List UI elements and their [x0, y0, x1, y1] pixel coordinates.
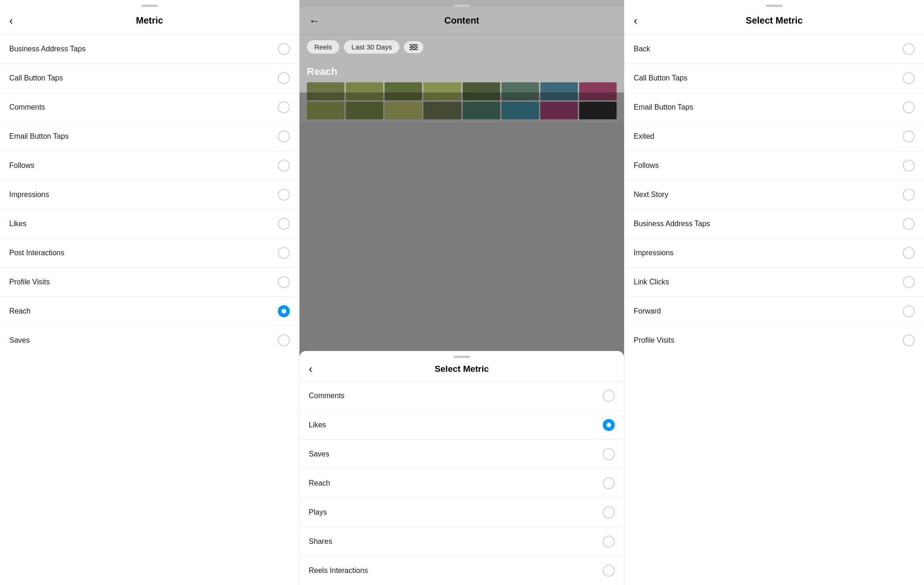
- radio-circle[interactable]: [278, 72, 290, 84]
- left-metric-list: Business Address Taps Call Button Taps C…: [0, 35, 299, 355]
- metric-label: Likes: [309, 421, 326, 429]
- left-metric-item[interactable]: Call Button Taps: [0, 64, 299, 93]
- filter-icon: [410, 44, 418, 50]
- middle-back-button[interactable]: ←: [309, 15, 320, 26]
- radio-circle[interactable]: [278, 305, 290, 317]
- radio-circle[interactable]: [603, 565, 615, 577]
- left-metric-item[interactable]: Impressions: [0, 180, 299, 209]
- right-metric-item[interactable]: Email Button Taps: [624, 93, 924, 122]
- metric-label: Forward: [634, 307, 661, 315]
- left-header: ‹ Metric: [0, 7, 299, 35]
- bottom-sheet-back-button[interactable]: ‹: [309, 363, 312, 375]
- metric-label: Comments: [309, 392, 344, 400]
- bottom-sheet-metric-list: Comments Likes Saves Reach Plays Shares …: [300, 382, 624, 585]
- metric-label: Email Button Taps: [9, 132, 69, 141]
- radio-circle[interactable]: [278, 43, 290, 55]
- radio-circle[interactable]: [903, 305, 915, 317]
- metric-label: Business Address Taps: [634, 220, 710, 228]
- metric-label: Profile Visits: [634, 336, 674, 345]
- metric-label: Call Button Taps: [634, 74, 687, 82]
- radio-circle[interactable]: [278, 334, 290, 346]
- radio-circle[interactable]: [278, 130, 290, 142]
- right-metric-item[interactable]: Profile Visits: [624, 326, 924, 355]
- metric-label: Post Interactions: [9, 249, 64, 257]
- radio-circle[interactable]: [903, 247, 915, 259]
- radio-circle[interactable]: [903, 72, 915, 84]
- middle-panel: ← Content Reels Last 30 Days Reach: [300, 0, 624, 585]
- radio-circle[interactable]: [603, 419, 615, 431]
- radio-circle[interactable]: [903, 160, 915, 172]
- bottom-sheet-metric-item[interactable]: Likes: [300, 411, 624, 440]
- right-header: ‹ Select Metric: [624, 7, 924, 35]
- radio-circle[interactable]: [903, 276, 915, 288]
- svg-point-3: [410, 44, 413, 46]
- svg-point-4: [414, 46, 416, 48]
- right-metric-item[interactable]: Business Address Taps: [624, 209, 924, 239]
- bottom-sheet-metric-item[interactable]: Shares: [300, 527, 624, 556]
- metric-label: Likes: [9, 220, 26, 228]
- radio-circle[interactable]: [603, 390, 615, 402]
- radio-circle[interactable]: [278, 218, 290, 230]
- radio-circle[interactable]: [278, 189, 290, 201]
- right-panel: ‹ Select Metric Back Call Button Taps Em…: [624, 0, 924, 585]
- left-back-button[interactable]: ‹: [9, 15, 13, 26]
- metric-label: Saves: [309, 450, 329, 458]
- radio-circle[interactable]: [278, 160, 290, 172]
- radio-circle[interactable]: [603, 536, 615, 548]
- metric-label: Follows: [9, 161, 34, 170]
- right-metric-item[interactable]: Back: [624, 35, 924, 64]
- metric-label: Email Button Taps: [634, 103, 693, 111]
- left-metric-item[interactable]: Profile Visits: [0, 268, 299, 297]
- right-metric-item[interactable]: Follows: [624, 151, 924, 180]
- bottom-sheet-metric-item[interactable]: Plays: [300, 498, 624, 527]
- left-metric-item[interactable]: Follows: [0, 151, 299, 180]
- right-metric-item[interactable]: Call Button Taps: [624, 64, 924, 93]
- left-metric-item[interactable]: Post Interactions: [0, 239, 299, 268]
- metric-label: Shares: [309, 537, 332, 546]
- radio-circle[interactable]: [603, 477, 615, 489]
- left-metric-item[interactable]: Saves: [0, 326, 299, 355]
- radio-circle[interactable]: [903, 334, 915, 346]
- left-metric-item[interactable]: Comments: [0, 93, 299, 122]
- radio-circle[interactable]: [903, 101, 915, 113]
- right-panel-title: Select Metric: [746, 15, 802, 26]
- right-metric-item[interactable]: Next Story: [624, 180, 924, 209]
- bottom-sheet-metric-item[interactable]: Comments: [300, 382, 624, 411]
- left-panel-title: Metric: [136, 15, 163, 26]
- bottom-sheet-overlay: ‹ Select Metric Comments Likes Saves Rea…: [300, 92, 624, 585]
- radio-circle[interactable]: [603, 506, 615, 518]
- left-metric-item[interactable]: Reach: [0, 297, 299, 326]
- reels-chip[interactable]: Reels: [307, 40, 339, 54]
- right-metric-list: Back Call Button Taps Email Button Taps …: [624, 35, 924, 355]
- last30days-chip[interactable]: Last 30 Days: [344, 40, 399, 54]
- middle-header: ← Content: [300, 7, 624, 35]
- bottom-sheet-metric-item[interactable]: Reach: [300, 469, 624, 498]
- reach-title: Reach: [307, 66, 617, 78]
- bottom-sheet-metric-item[interactable]: Reels Interactions: [300, 556, 624, 585]
- metric-label: Plays: [309, 508, 327, 517]
- radio-circle[interactable]: [278, 276, 290, 288]
- radio-circle[interactable]: [278, 247, 290, 259]
- bottom-sheet-header: ‹ Select Metric: [300, 358, 624, 382]
- right-metric-item[interactable]: Impressions: [624, 239, 924, 268]
- radio-circle[interactable]: [903, 189, 915, 201]
- filter-settings-button[interactable]: [404, 41, 423, 53]
- radio-circle[interactable]: [278, 101, 290, 113]
- bottom-sheet-metric-item[interactable]: Saves: [300, 440, 624, 469]
- radio-circle[interactable]: [903, 43, 915, 55]
- right-metric-item[interactable]: Forward: [624, 297, 924, 326]
- right-back-button[interactable]: ‹: [634, 15, 637, 26]
- left-metric-item[interactable]: Business Address Taps: [0, 35, 299, 64]
- left-metric-item[interactable]: Likes: [0, 209, 299, 239]
- metric-label: Call Button Taps: [9, 74, 63, 82]
- svg-point-5: [410, 48, 413, 50]
- right-metric-item[interactable]: Exited: [624, 122, 924, 151]
- metric-label: Reels Interactions: [309, 567, 368, 575]
- left-metric-item[interactable]: Email Button Taps: [0, 122, 299, 151]
- radio-circle[interactable]: [903, 130, 915, 142]
- radio-circle[interactable]: [903, 218, 915, 230]
- metric-label: Exited: [634, 132, 654, 141]
- metric-label: Reach: [9, 307, 31, 315]
- radio-circle[interactable]: [603, 448, 615, 460]
- right-metric-item[interactable]: Link Clicks: [624, 268, 924, 297]
